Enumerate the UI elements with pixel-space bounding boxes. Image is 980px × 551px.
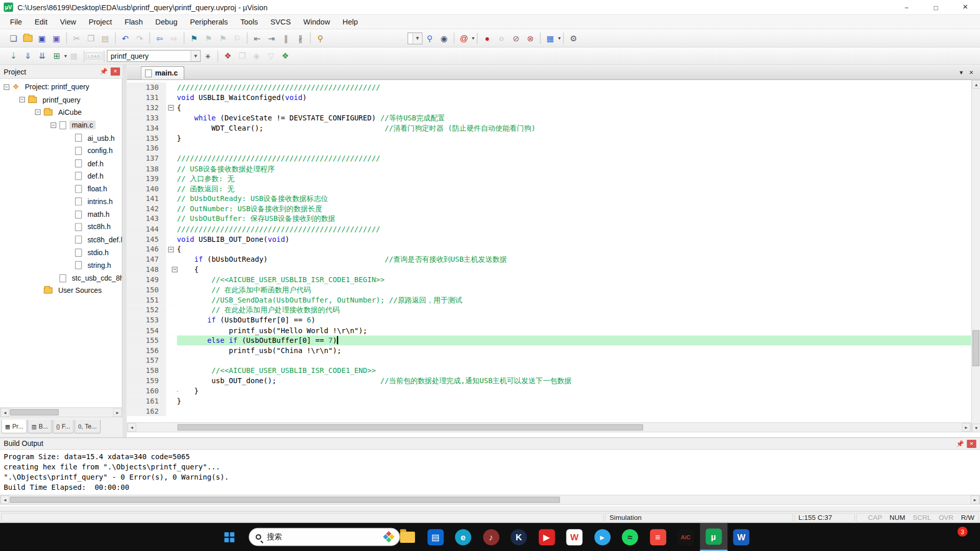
manage-project-items-button[interactable]: ❖ <box>220 49 235 63</box>
tree-item-stc-usb-cdc-8h-[interactable]: stc_usb_cdc_8h_ <box>0 271 122 284</box>
new-file-button[interactable]: ❏ <box>6 31 20 45</box>
breakpoint-disable-button[interactable]: ○ <box>495 31 509 45</box>
tree-item-intrins-h[interactable]: intrins.h <box>0 195 122 208</box>
tree-item-aicube[interactable]: −AiCube <box>0 106 122 119</box>
code-line-152[interactable]: 152 // 在此处添加用户处理接收数据的代码 <box>127 305 971 315</box>
code-line-155[interactable]: 155 else if (UsbOutBuffer[0] == 7) <box>127 335 971 345</box>
menu-file[interactable]: File <box>4 16 28 28</box>
code-line-145[interactable]: 145void USBLIB_OUT_Done(void) <box>127 234 971 244</box>
breakpoint-kill-all-button[interactable]: ⊗ <box>523 31 537 45</box>
build-output-hscrollbar[interactable]: ◄ ► <box>0 495 980 505</box>
at-search-button[interactable]: @ <box>457 31 471 45</box>
code-line-149[interactable]: 149 //<<AICUBE_USER_USBLIB_ISR_CODE1_BEG… <box>127 274 971 285</box>
tree-item-printf-query[interactable]: −printf_query <box>0 93 122 106</box>
code-line-132[interactable]: 132−{ <box>127 103 971 113</box>
find-in-files-button[interactable]: ⚲ <box>313 31 327 45</box>
save-all-button[interactable]: ▣ <box>50 31 64 45</box>
code-line-143[interactable]: 143// UsbOutBuffer: 保存USB设备接收到的数据 <box>127 214 971 224</box>
panel-tab-f[interactable]: {}F... <box>53 420 74 434</box>
scroll-left-icon[interactable]: ◄ <box>128 423 136 432</box>
code-line-139[interactable]: 139// 入口参数: 无 <box>127 173 971 184</box>
tree-item-stdio-h[interactable]: stdio.h <box>0 246 122 259</box>
taskbar-file-explorer-icon[interactable] <box>394 523 421 551</box>
menu-tools[interactable]: Tools <box>234 16 264 28</box>
tree-item-project-printf-query[interactable]: −❖Project: printf_query <box>0 81 122 93</box>
code-line-134[interactable]: 134 WDT_Clear(); //清看门狗定时器 (防止硬件自动使能看门狗) <box>127 123 971 133</box>
panel-splitter[interactable] <box>122 65 127 437</box>
code-line-148[interactable]: 148− { <box>127 264 971 274</box>
code-line-153[interactable]: 153 if (UsbOutBuffer[0] == 6) <box>127 315 971 325</box>
taskbar-word-app-icon[interactable]: W <box>727 523 755 551</box>
tree-item-math-h[interactable]: math.h <box>0 208 122 221</box>
pin-icon[interactable]: 📌 <box>99 67 109 76</box>
expand-box-icon[interactable]: − <box>35 110 41 115</box>
scroll-left-icon[interactable]: ◄ <box>1 408 9 417</box>
code-line-150[interactable]: 150 // 在此添加中断函数用户代码 <box>127 285 971 295</box>
close-icon[interactable]: ✕ <box>967 439 976 447</box>
maximize-button[interactable]: □ <box>921 0 951 14</box>
tree-item-stc8h-h[interactable]: stc8h.h <box>0 221 122 234</box>
editor-hscrollbar[interactable]: ◄ ► <box>127 422 971 433</box>
menu-window[interactable]: Window <box>297 16 336 28</box>
code-line-135[interactable]: 135} <box>127 133 971 143</box>
breakpoint-kill-button[interactable]: ⊘ <box>509 31 523 45</box>
code-line-144[interactable]: 144/////////////////////////////////////… <box>127 224 971 234</box>
menu-view[interactable]: View <box>54 16 82 28</box>
menu-edit[interactable]: Edit <box>29 16 54 28</box>
file-extensions-button[interactable]: ❐ <box>235 49 249 63</box>
save-file-button[interactable]: ▣ <box>35 31 50 45</box>
taskbar-messenger-app-icon[interactable]: ▸ <box>589 523 616 551</box>
breakpoint-insert-button[interactable]: ● <box>480 31 494 45</box>
batch-build-button[interactable]: ⊞ <box>50 49 64 63</box>
taskbar-search-box[interactable]: 搜索 <box>249 528 400 546</box>
menu-peripherals[interactable]: Peripherals <box>184 16 234 28</box>
translate-file-button[interactable]: ⇣ <box>6 49 20 63</box>
expand-box-icon[interactable]: − <box>19 97 25 103</box>
manage-rte-button[interactable]: ❖ <box>278 49 292 63</box>
panel-tab-pr[interactable]: ▦Pr... <box>1 420 27 434</box>
pin-icon[interactable]: 📌 <box>955 439 965 448</box>
configure-wrench-button[interactable]: ⚙ <box>566 31 580 45</box>
code-line-162[interactable]: 162 <box>127 406 971 416</box>
tree-item-stc8h-def-h[interactable]: stc8h_def.h <box>0 234 122 246</box>
comment-button[interactable]: ∥ <box>279 31 293 45</box>
fold-collapse-icon[interactable]: − <box>168 105 174 111</box>
target-select-combo[interactable]: printf_query▼ <box>107 50 201 62</box>
tab-main-c[interactable]: main.c <box>141 66 185 80</box>
code-line-146[interactable]: 146−{ <box>127 244 971 255</box>
code-line-154[interactable]: 154 printf_usb("Hello World !\r\n"); <box>127 325 971 335</box>
tree-item-ai-usb-h[interactable]: ai_usb.h <box>0 132 122 144</box>
open-file-button[interactable] <box>20 31 35 45</box>
nav-back-button[interactable]: ⇦ <box>153 31 167 45</box>
code-line-136[interactable]: 136 <box>127 143 971 154</box>
bookmark-clear-button[interactable]: ⚐ <box>230 31 244 45</box>
taskbar-music-app-icon[interactable]: ♪ <box>477 523 505 551</box>
code-line-137[interactable]: 137/////////////////////////////////////… <box>127 153 971 163</box>
code-line-142[interactable]: 142// OutNumber: USB设备接收到的数据长度 <box>127 204 971 214</box>
code-line-131[interactable]: 131void USBLIB_WaitConfiged(void) <box>127 92 971 103</box>
multi-project-button[interactable]: ◈ <box>250 49 264 63</box>
start-button[interactable] <box>220 523 239 551</box>
expand-box-icon[interactable]: − <box>4 84 9 90</box>
find-next-button[interactable]: ⚲ <box>423 31 437 45</box>
tree-item-float-h[interactable]: float.h <box>0 183 122 195</box>
menu-svcs[interactable]: SVCS <box>264 16 298 28</box>
tab-close-icon[interactable]: ✕ <box>966 67 976 78</box>
rebuild-all-button[interactable]: ⇊ <box>35 49 50 63</box>
minimize-button[interactable]: − <box>892 0 921 14</box>
menu-help[interactable]: Help <box>336 16 364 28</box>
scroll-right-icon[interactable]: ► <box>962 423 970 432</box>
tree-item-def-h[interactable]: def.h <box>0 157 122 170</box>
code-line-147[interactable]: 147 if (bUsbOutReady) //查询是否有接收到USB主机发送数… <box>127 255 971 265</box>
menu-project[interactable]: Project <box>82 16 118 28</box>
fold-collapse-icon[interactable]: − <box>168 246 174 252</box>
project-tree-hscrollbar[interactable]: ◄ ► <box>0 407 122 417</box>
tab-list-icon[interactable]: ▼ <box>956 67 966 78</box>
undo-button[interactable]: ↶ <box>118 31 132 45</box>
taskbar-microsoft-store-icon[interactable]: ▤ <box>422 523 449 551</box>
scroll-up-icon[interactable]: ▲ <box>972 80 980 89</box>
notification-badge[interactable]: 3 <box>958 527 968 537</box>
menu-debug[interactable]: Debug <box>149 16 184 28</box>
editor-vscrollbar[interactable]: ▲ ▼ <box>971 80 980 433</box>
code-line-151[interactable]: 151 //USB_SendData(UsbOutBuffer, OutNumb… <box>127 295 971 305</box>
